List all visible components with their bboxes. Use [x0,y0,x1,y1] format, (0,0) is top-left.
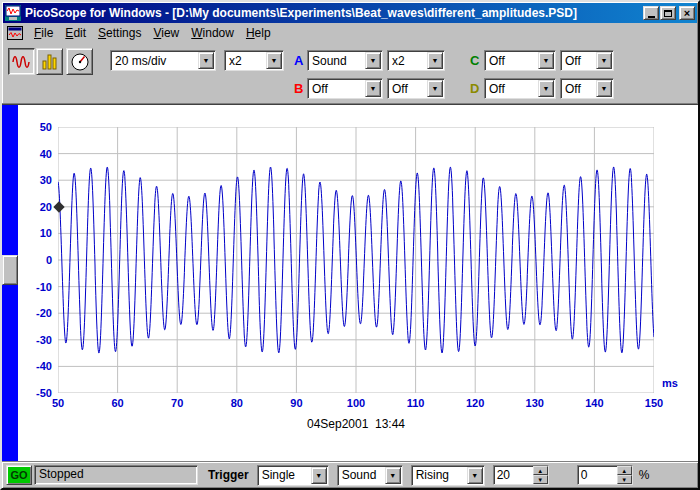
trigger-label: Trigger [208,468,249,482]
dropdown-arrow-icon[interactable]: ▼ [365,80,381,97]
toolbar: 20 ms/div ▼ x2 ▼ A Sound ▼ x2 ▼ C Off ▼ … [2,42,698,104]
y-tick-label: -20 [18,307,52,319]
menu-edit[interactable]: Edit [59,24,92,42]
x-tick-label: 90 [276,397,316,409]
dropdown-arrow-icon[interactable]: ▼ [266,52,282,69]
x-tick-label: 100 [336,397,376,409]
channel-d-source-select[interactable]: Off ▼ [484,78,556,99]
x-tick-label: 70 [157,397,197,409]
window-title: PicoScope for Windows - [D:\My documents… [25,6,642,20]
oscilloscope-icon [12,52,32,72]
y-tick-label: 40 [18,148,52,160]
y-tick-label: 10 [18,227,52,239]
x-tick-label: 150 [634,397,674,409]
trigger-threshold-input[interactable]: 20 ▲ ▼ [493,465,549,485]
trigger-threshold-value: 20 [494,466,533,484]
meter-gauge-icon [70,52,90,72]
x-tick-label: 140 [574,397,614,409]
channel-b-range-value: Off [389,82,427,96]
document-icon[interactable] [7,26,23,40]
channel-c-label: C [470,53,479,68]
close-button[interactable]: × [679,6,695,20]
dropdown-arrow-icon[interactable]: ▼ [198,52,214,69]
minimize-icon [648,16,655,18]
menu-window[interactable]: Window [185,24,240,42]
go-button[interactable]: GO [6,465,32,485]
channel-a-source-value: Sound [309,54,365,68]
y-tick-label: -30 [18,334,52,346]
scope-view-button[interactable] [8,48,35,75]
channel-c-range-value: Off [562,54,596,68]
spectrum-bars-icon [40,52,60,72]
channel-d-range-select[interactable]: Off ▼ [560,78,614,99]
channel-d-range-value: Off [562,82,596,96]
channel-c-source-value: Off [486,54,538,68]
menu-help[interactable]: Help [240,24,277,42]
minimize-button[interactable] [643,6,659,20]
status-text: Stopped [34,465,198,485]
trigger-source-value: Sound [339,468,385,482]
offset-scrollbar-thumb[interactable] [2,255,18,285]
channel-c-source-select[interactable]: Off ▼ [484,50,556,71]
threshold-down-button[interactable]: ▼ [533,475,548,484]
close-icon: × [684,8,690,18]
timebase-select[interactable]: 20 ms/div ▼ [110,50,216,71]
channel-b-range-select[interactable]: Off ▼ [387,78,445,99]
trigger-mode-select[interactable]: Single ▼ [257,465,329,486]
y-tick-label: 50 [18,121,52,133]
x-tick-label: 50 [38,397,78,409]
dropdown-arrow-icon[interactable]: ▼ [467,467,483,484]
trigger-delay-value: 0 [578,466,617,484]
restore-button[interactable] [660,6,676,20]
app-window: PicoScope for Windows - [D:\My documents… [0,0,700,490]
x-tick-label: 120 [455,397,495,409]
menu-view[interactable]: View [147,24,185,42]
meter-view-button[interactable] [66,48,93,75]
dropdown-arrow-icon[interactable]: ▼ [427,80,443,97]
delay-up-button[interactable]: ▲ [617,466,632,475]
y-tick-label: 30 [18,174,52,186]
x-tick-label: 80 [217,397,257,409]
channel-d-source-value: Off [486,82,538,96]
delay-unit-label: % [639,468,650,482]
restore-icon [664,10,672,17]
spectrum-view-button[interactable] [36,48,63,75]
trigger-edge-select[interactable]: Rising ▼ [411,465,485,486]
menu-file[interactable]: File [28,24,59,42]
x-tick-label: 60 [98,397,138,409]
dropdown-arrow-icon[interactable]: ▼ [311,467,327,484]
dropdown-arrow-icon[interactable]: ▼ [538,52,554,69]
scope-display: 50403020100-10-20-30-40-50 5060708090100… [18,105,698,461]
delay-down-button[interactable]: ▼ [617,475,632,484]
x-axis-unit-label: ms [662,377,678,389]
status-bar: GO Stopped Trigger Single ▼ Sound ▼ Risi… [2,461,698,488]
waveform-plot [58,127,654,393]
timebase-multiplier-select[interactable]: x2 ▼ [224,50,284,71]
x-tick-label: 130 [515,397,555,409]
dropdown-arrow-icon[interactable]: ▼ [365,52,381,69]
channel-b-source-select[interactable]: Off ▼ [307,78,383,99]
timebase-value: 20 ms/div [112,54,198,68]
dropdown-arrow-icon[interactable]: ▼ [427,52,443,69]
y-tick-label: -10 [18,281,52,293]
threshold-up-button[interactable]: ▲ [533,466,548,475]
channel-a-range-select[interactable]: x2 ▼ [387,50,445,71]
dropdown-arrow-icon[interactable]: ▼ [596,80,612,97]
dropdown-arrow-icon[interactable]: ▼ [596,52,612,69]
trigger-edge-value: Rising [413,468,467,482]
menu-settings[interactable]: Settings [92,24,147,42]
channel-a-source-select[interactable]: Sound ▼ [307,50,383,71]
x-tick-label: 110 [396,397,436,409]
app-icon[interactable] [5,5,21,21]
menu-bar: File Edit Settings View Window Help [2,23,698,42]
channel-b-label: B [294,81,303,96]
title-bar: PicoScope for Windows - [D:\My documents… [3,3,697,23]
timebase-multiplier-value: x2 [226,54,266,68]
channel-a-range-value: x2 [389,54,427,68]
channel-c-range-select[interactable]: Off ▼ [560,50,614,71]
trigger-source-select[interactable]: Sound ▼ [337,465,403,486]
dropdown-arrow-icon[interactable]: ▼ [385,467,401,484]
channel-a-offset-scrollbar[interactable] [2,105,18,461]
dropdown-arrow-icon[interactable]: ▼ [538,80,554,97]
trigger-delay-input[interactable]: 0 ▲ ▼ [577,465,633,485]
